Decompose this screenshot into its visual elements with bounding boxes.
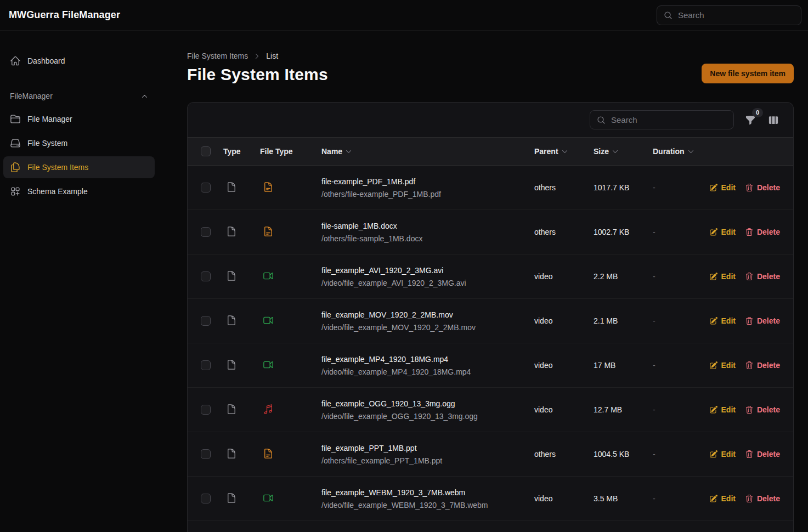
home-icon <box>10 55 21 66</box>
delete-button[interactable]: Delete <box>745 272 780 281</box>
file-icon <box>226 270 237 281</box>
file-name: file-example_PDF_1MB.pdf <box>321 177 528 186</box>
edit-button[interactable]: Edit <box>709 228 736 236</box>
brand-title: MWGuerra FileManager <box>9 9 120 21</box>
new-file-system-item-button[interactable]: New file system item <box>702 64 794 83</box>
delete-button[interactable]: Delete <box>745 361 780 370</box>
delete-button[interactable]: Delete <box>745 405 780 414</box>
page-title: File System Items <box>187 65 328 84</box>
size-cell: 2.2 MB <box>587 272 646 281</box>
file-type-icon <box>263 315 274 326</box>
table-toolbar: 0 <box>188 103 793 137</box>
row-checkbox[interactable] <box>201 227 211 237</box>
table-search[interactable] <box>590 110 734 129</box>
row-checkbox[interactable] <box>201 316 211 326</box>
sidebar-item-label: Dashboard <box>27 56 65 65</box>
trash-icon <box>745 272 754 281</box>
pencil-square-icon <box>709 361 718 370</box>
size-cell: 12.7 MB <box>587 405 646 414</box>
table-row[interactable]: file_example_OGG_1920_13_3mg.ogg /video/… <box>188 388 793 432</box>
trash-icon <box>745 494 754 503</box>
columns-icon <box>768 115 779 126</box>
column-header-parent[interactable]: Parent <box>528 147 587 156</box>
column-header-name[interactable]: Name <box>315 147 528 156</box>
sidebar-item-schema-example[interactable]: Schema Example <box>3 180 155 202</box>
server-icon <box>10 138 21 149</box>
filter-button[interactable]: 0 <box>744 114 757 127</box>
delete-button[interactable]: Delete <box>745 494 780 503</box>
edit-button[interactable]: Edit <box>709 316 736 325</box>
row-checkbox[interactable] <box>201 360 211 370</box>
sidebar-item-label: File System Items <box>27 163 88 172</box>
chevron-up-icon[interactable] <box>141 93 148 100</box>
parent-cell: video <box>528 272 587 281</box>
sidebar-item-file-manager[interactable]: File Manager <box>3 108 155 130</box>
file-icon <box>226 182 237 193</box>
sidebar-item-label: File Manager <box>27 115 72 123</box>
file-path: /others/file-sample_1MB.docx <box>321 234 528 243</box>
size-cell: 1002.7 KB <box>587 228 646 236</box>
edit-button[interactable]: Edit <box>709 494 736 503</box>
file-type-icon <box>263 493 274 503</box>
delete-button[interactable]: Delete <box>745 316 780 325</box>
file-icon <box>226 448 237 459</box>
edit-button[interactable]: Edit <box>709 405 736 414</box>
table-row[interactable]: file_example_MOV_1920_2_2MB.mov /video/f… <box>188 299 793 343</box>
size-cell: 1017.7 KB <box>587 183 646 192</box>
pencil-square-icon <box>709 405 718 414</box>
delete-button[interactable]: Delete <box>745 228 780 236</box>
duration-cell: - <box>646 183 705 192</box>
duration-cell: - <box>646 494 705 503</box>
size-cell: 1004.5 KB <box>587 450 646 459</box>
folder-icon <box>10 114 21 124</box>
breadcrumb-item-root[interactable]: File System Items <box>187 52 248 60</box>
table-row[interactable]: file-sample_1MB.docx /others/file-sample… <box>188 210 793 254</box>
sidebar-group-filemanager[interactable]: FileManager <box>3 92 155 100</box>
column-header-duration[interactable]: Duration <box>646 147 705 156</box>
edit-button[interactable]: Edit <box>709 450 736 459</box>
column-header-size[interactable]: Size <box>587 147 646 156</box>
row-checkbox[interactable] <box>201 405 211 415</box>
row-checkbox[interactable] <box>201 494 211 503</box>
edit-button[interactable]: Edit <box>709 183 736 192</box>
edit-button[interactable]: Edit <box>709 272 736 281</box>
global-search[interactable] <box>657 5 801 25</box>
delete-button[interactable]: Delete <box>745 183 780 192</box>
table-row[interactable]: file-example_PDF_1MB.pdf /others/file-ex… <box>188 166 793 210</box>
select-all-checkbox[interactable] <box>201 146 211 156</box>
sidebar-item-file-system[interactable]: File System <box>3 132 155 154</box>
file-path: /video/file_example_AVI_1920_2_3MG.avi <box>321 279 528 287</box>
edit-button[interactable]: Edit <box>709 361 736 370</box>
parent-cell: video <box>528 361 587 370</box>
sidebar-item-file-system-items[interactable]: File System Items <box>3 156 155 178</box>
file-type-icon <box>263 182 274 193</box>
table-search-input[interactable] <box>611 115 727 124</box>
table-row[interactable]: file_example_MP4_1920_18MG.mp4 /video/fi… <box>188 343 793 388</box>
global-search-input[interactable] <box>678 10 794 20</box>
file-name: file_example_WEBM_1920_3_7MB.webm <box>321 488 528 497</box>
table-row[interactable]: file_example_AVI_1920_2_3MG.avi /video/f… <box>188 254 793 299</box>
row-checkbox[interactable] <box>201 449 211 459</box>
trash-icon <box>745 228 754 236</box>
table-panel: 0 TypeFile TypeNameParentSizeDuration f <box>187 102 794 532</box>
table-row[interactable]: file_example_WEBM_1920_3_7MB.webm /video… <box>188 477 793 521</box>
duration-cell: - <box>646 316 705 325</box>
trash-icon <box>745 316 754 325</box>
parent-cell: video <box>528 405 587 414</box>
trash-icon <box>745 183 754 192</box>
chevron-down-icon <box>687 148 694 155</box>
row-checkbox[interactable] <box>201 271 211 281</box>
pencil-square-icon <box>709 450 718 459</box>
sidebar-item-dashboard[interactable]: Dashboard <box>3 50 155 72</box>
file-path: /video/file_example_MOV_1920_2_2MB.mov <box>321 323 528 332</box>
search-icon <box>664 11 673 20</box>
file-icon <box>226 493 237 503</box>
size-cell: 2.1 MB <box>587 316 646 325</box>
document-duplicate-icon <box>10 162 21 173</box>
file-name: file_example_OGG_1920_13_3mg.ogg <box>321 399 528 408</box>
duration-cell: - <box>646 272 705 281</box>
row-checkbox[interactable] <box>201 183 211 193</box>
delete-button[interactable]: Delete <box>745 450 780 459</box>
table-row[interactable]: file_example_PPT_1MB.ppt /others/file_ex… <box>188 432 793 477</box>
toggle-columns-button[interactable] <box>767 114 780 127</box>
